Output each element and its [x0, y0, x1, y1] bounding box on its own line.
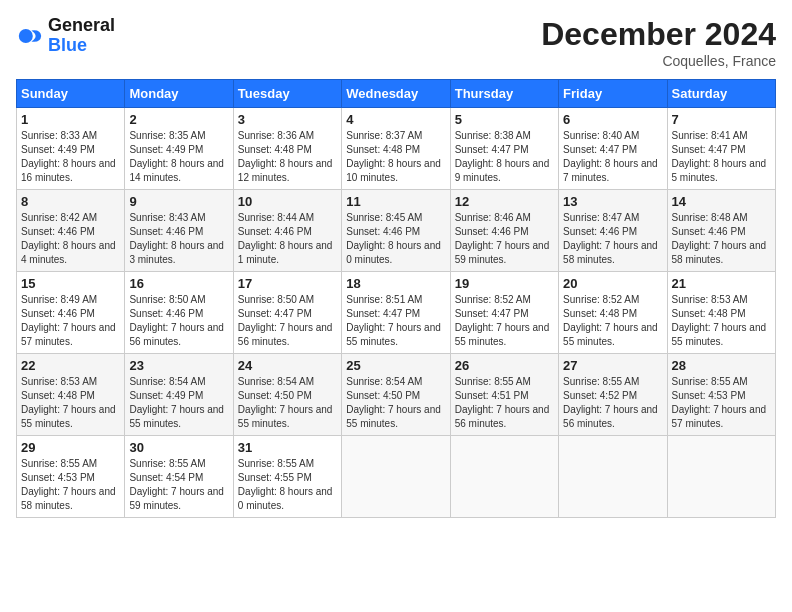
calendar-cell: 12Sunrise: 8:46 AMSunset: 4:46 PMDayligh… — [450, 190, 558, 272]
day-number: 14 — [672, 194, 771, 209]
day-info: Sunrise: 8:33 AMSunset: 4:49 PMDaylight:… — [21, 129, 120, 185]
calendar-cell: 21Sunrise: 8:53 AMSunset: 4:48 PMDayligh… — [667, 272, 775, 354]
day-number: 30 — [129, 440, 228, 455]
calendar-cell: 10Sunrise: 8:44 AMSunset: 4:46 PMDayligh… — [233, 190, 341, 272]
calendar-cell — [342, 436, 450, 518]
header-day-thursday: Thursday — [450, 80, 558, 108]
day-info: Sunrise: 8:52 AMSunset: 4:48 PMDaylight:… — [563, 293, 662, 349]
day-number: 31 — [238, 440, 337, 455]
calendar-cell: 31Sunrise: 8:55 AMSunset: 4:55 PMDayligh… — [233, 436, 341, 518]
calendar-cell: 7Sunrise: 8:41 AMSunset: 4:47 PMDaylight… — [667, 108, 775, 190]
day-info: Sunrise: 8:55 AMSunset: 4:53 PMDaylight:… — [21, 457, 120, 513]
logo-line2: Blue — [48, 36, 115, 56]
day-number: 1 — [21, 112, 120, 127]
calendar-cell: 5Sunrise: 8:38 AMSunset: 4:47 PMDaylight… — [450, 108, 558, 190]
header-day-sunday: Sunday — [17, 80, 125, 108]
calendar-cell: 13Sunrise: 8:47 AMSunset: 4:46 PMDayligh… — [559, 190, 667, 272]
calendar-cell: 28Sunrise: 8:55 AMSunset: 4:53 PMDayligh… — [667, 354, 775, 436]
day-info: Sunrise: 8:48 AMSunset: 4:46 PMDaylight:… — [672, 211, 771, 267]
day-info: Sunrise: 8:55 AMSunset: 4:53 PMDaylight:… — [672, 375, 771, 431]
calendar-cell: 29Sunrise: 8:55 AMSunset: 4:53 PMDayligh… — [17, 436, 125, 518]
day-number: 21 — [672, 276, 771, 291]
calendar-cell: 20Sunrise: 8:52 AMSunset: 4:48 PMDayligh… — [559, 272, 667, 354]
day-info: Sunrise: 8:55 AMSunset: 4:52 PMDaylight:… — [563, 375, 662, 431]
day-info: Sunrise: 8:54 AMSunset: 4:49 PMDaylight:… — [129, 375, 228, 431]
day-info: Sunrise: 8:54 AMSunset: 4:50 PMDaylight:… — [238, 375, 337, 431]
day-number: 6 — [563, 112, 662, 127]
day-info: Sunrise: 8:46 AMSunset: 4:46 PMDaylight:… — [455, 211, 554, 267]
calendar-week-1: 8Sunrise: 8:42 AMSunset: 4:46 PMDaylight… — [17, 190, 776, 272]
day-info: Sunrise: 8:53 AMSunset: 4:48 PMDaylight:… — [672, 293, 771, 349]
calendar-cell: 2Sunrise: 8:35 AMSunset: 4:49 PMDaylight… — [125, 108, 233, 190]
header-day-tuesday: Tuesday — [233, 80, 341, 108]
day-info: Sunrise: 8:42 AMSunset: 4:46 PMDaylight:… — [21, 211, 120, 267]
day-number: 17 — [238, 276, 337, 291]
day-info: Sunrise: 8:49 AMSunset: 4:46 PMDaylight:… — [21, 293, 120, 349]
day-number: 23 — [129, 358, 228, 373]
day-info: Sunrise: 8:52 AMSunset: 4:47 PMDaylight:… — [455, 293, 554, 349]
day-number: 15 — [21, 276, 120, 291]
calendar-cell: 6Sunrise: 8:40 AMSunset: 4:47 PMDaylight… — [559, 108, 667, 190]
day-info: Sunrise: 8:54 AMSunset: 4:50 PMDaylight:… — [346, 375, 445, 431]
day-number: 22 — [21, 358, 120, 373]
day-number: 25 — [346, 358, 445, 373]
logo-line1: General — [48, 16, 115, 36]
day-number: 24 — [238, 358, 337, 373]
header-row: SundayMondayTuesdayWednesdayThursdayFrid… — [17, 80, 776, 108]
calendar-table: SundayMondayTuesdayWednesdayThursdayFrid… — [16, 79, 776, 518]
day-info: Sunrise: 8:45 AMSunset: 4:46 PMDaylight:… — [346, 211, 445, 267]
day-number: 18 — [346, 276, 445, 291]
header-day-monday: Monday — [125, 80, 233, 108]
day-number: 28 — [672, 358, 771, 373]
calendar-cell: 30Sunrise: 8:55 AMSunset: 4:54 PMDayligh… — [125, 436, 233, 518]
calendar-cell: 16Sunrise: 8:50 AMSunset: 4:46 PMDayligh… — [125, 272, 233, 354]
calendar-cell: 18Sunrise: 8:51 AMSunset: 4:47 PMDayligh… — [342, 272, 450, 354]
calendar-cell: 11Sunrise: 8:45 AMSunset: 4:46 PMDayligh… — [342, 190, 450, 272]
day-info: Sunrise: 8:37 AMSunset: 4:48 PMDaylight:… — [346, 129, 445, 185]
header-day-saturday: Saturday — [667, 80, 775, 108]
calendar-cell: 23Sunrise: 8:54 AMSunset: 4:49 PMDayligh… — [125, 354, 233, 436]
day-info: Sunrise: 8:51 AMSunset: 4:47 PMDaylight:… — [346, 293, 445, 349]
calendar-cell: 27Sunrise: 8:55 AMSunset: 4:52 PMDayligh… — [559, 354, 667, 436]
title-block: December 2024 Coquelles, France — [541, 16, 776, 69]
location: Coquelles, France — [541, 53, 776, 69]
day-info: Sunrise: 8:36 AMSunset: 4:48 PMDaylight:… — [238, 129, 337, 185]
calendar-week-4: 29Sunrise: 8:55 AMSunset: 4:53 PMDayligh… — [17, 436, 776, 518]
calendar-cell: 3Sunrise: 8:36 AMSunset: 4:48 PMDaylight… — [233, 108, 341, 190]
day-info: Sunrise: 8:47 AMSunset: 4:46 PMDaylight:… — [563, 211, 662, 267]
calendar-cell: 26Sunrise: 8:55 AMSunset: 4:51 PMDayligh… — [450, 354, 558, 436]
page-header: General Blue December 2024 Coquelles, Fr… — [16, 16, 776, 69]
logo: General Blue — [16, 16, 115, 56]
day-number: 29 — [21, 440, 120, 455]
calendar-cell: 1Sunrise: 8:33 AMSunset: 4:49 PMDaylight… — [17, 108, 125, 190]
month-title: December 2024 — [541, 16, 776, 53]
day-info: Sunrise: 8:41 AMSunset: 4:47 PMDaylight:… — [672, 129, 771, 185]
calendar-cell — [559, 436, 667, 518]
day-info: Sunrise: 8:35 AMSunset: 4:49 PMDaylight:… — [129, 129, 228, 185]
day-number: 4 — [346, 112, 445, 127]
calendar-cell: 19Sunrise: 8:52 AMSunset: 4:47 PMDayligh… — [450, 272, 558, 354]
calendar-cell: 25Sunrise: 8:54 AMSunset: 4:50 PMDayligh… — [342, 354, 450, 436]
calendar-week-2: 15Sunrise: 8:49 AMSunset: 4:46 PMDayligh… — [17, 272, 776, 354]
logo-icon — [16, 22, 44, 50]
calendar-cell: 24Sunrise: 8:54 AMSunset: 4:50 PMDayligh… — [233, 354, 341, 436]
day-number: 26 — [455, 358, 554, 373]
day-number: 19 — [455, 276, 554, 291]
day-number: 8 — [21, 194, 120, 209]
day-info: Sunrise: 8:50 AMSunset: 4:46 PMDaylight:… — [129, 293, 228, 349]
day-number: 13 — [563, 194, 662, 209]
calendar-cell — [667, 436, 775, 518]
day-number: 2 — [129, 112, 228, 127]
day-number: 9 — [129, 194, 228, 209]
calendar-week-0: 1Sunrise: 8:33 AMSunset: 4:49 PMDaylight… — [17, 108, 776, 190]
day-info: Sunrise: 8:50 AMSunset: 4:47 PMDaylight:… — [238, 293, 337, 349]
calendar-cell: 14Sunrise: 8:48 AMSunset: 4:46 PMDayligh… — [667, 190, 775, 272]
day-number: 3 — [238, 112, 337, 127]
day-info: Sunrise: 8:55 AMSunset: 4:55 PMDaylight:… — [238, 457, 337, 513]
day-info: Sunrise: 8:44 AMSunset: 4:46 PMDaylight:… — [238, 211, 337, 267]
calendar-cell: 17Sunrise: 8:50 AMSunset: 4:47 PMDayligh… — [233, 272, 341, 354]
calendar-cell: 22Sunrise: 8:53 AMSunset: 4:48 PMDayligh… — [17, 354, 125, 436]
day-number: 11 — [346, 194, 445, 209]
day-number: 12 — [455, 194, 554, 209]
day-info: Sunrise: 8:53 AMSunset: 4:48 PMDaylight:… — [21, 375, 120, 431]
